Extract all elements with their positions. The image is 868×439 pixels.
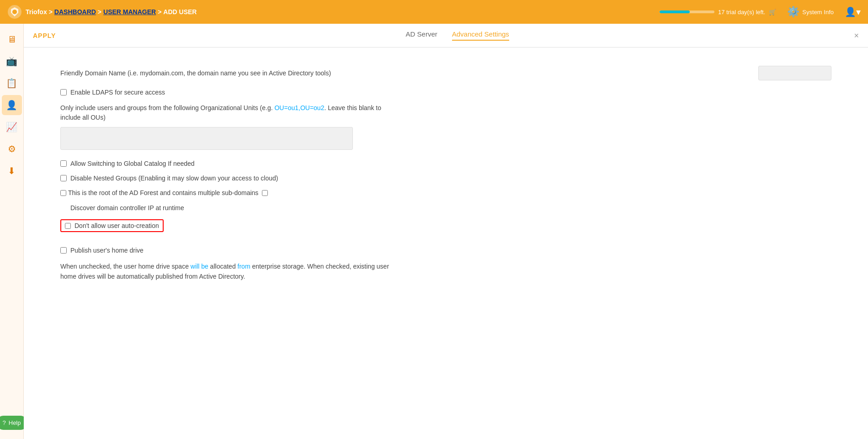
ou-textarea[interactable] <box>60 127 353 150</box>
sidebar-bottom: ? Help <box>0 416 27 430</box>
dont-allow-checkbox[interactable] <box>65 223 71 229</box>
settings-icon: ⚙ <box>8 143 16 154</box>
files-icon: 📋 <box>6 78 17 89</box>
dont-allow-label: Don't allow user auto-creation <box>75 222 159 229</box>
trial-progress-fill <box>660 11 690 13</box>
cart-icon[interactable]: 🛒 <box>769 9 776 16</box>
disable-nested-row: Disable Nested Groups (Enabling it may s… <box>60 175 831 182</box>
friendly-domain-label: Friendly Domain Name (i.e. mydomain.com,… <box>60 69 758 77</box>
breadcrumb-dashboard[interactable]: DASHBOARD <box>54 8 96 16</box>
breadcrumb-sep-2: > <box>98 8 101 16</box>
logo-area: Triofox > DASHBOARD > USER MANAGER > ADD… <box>7 5 197 19</box>
analytics-icon: 📈 <box>6 122 17 132</box>
discover-domain-label: Discover domain controller IP at runtime <box>70 204 184 212</box>
top-navbar: Triofox > DASHBOARD > USER MANAGER > ADD… <box>0 0 868 24</box>
publish-home-row: Publish user's home drive <box>60 247 831 254</box>
content-header: APPLY AD Server Advanced Settings × <box>24 24 868 48</box>
gear-icon: ⚙️ <box>787 6 799 18</box>
breadcrumb-user-manager[interactable]: USER MANAGER <box>103 8 156 16</box>
users-icon: 👤 <box>6 100 17 111</box>
triofox-logo-icon <box>7 5 22 19</box>
user-avatar-icon: 👤▾ <box>845 7 861 17</box>
enable-ldaps-row: Enable LDAPS for secure access <box>60 89 831 96</box>
sidebar-item-download[interactable]: ⬇ <box>2 161 22 181</box>
svg-point-1 <box>12 10 17 14</box>
sidebar: 🖥 📺 📋 👤 📈 ⚙ ⬇ ? Help <box>0 24 24 439</box>
disable-nested-label: Disable Nested Groups (Enabling it may s… <box>70 175 278 182</box>
download-icon: ⬇ <box>8 165 16 176</box>
from-highlight: from <box>238 263 250 270</box>
ad-forest-checkbox[interactable] <box>60 190 66 196</box>
help-label: Help <box>9 419 21 426</box>
trial-text: 17 trial day(s) left. <box>718 9 765 16</box>
trial-info: 17 trial day(s) left. 🛒 <box>660 9 776 16</box>
tab-ad-server[interactable]: AD Server <box>406 30 437 41</box>
ad-forest-section: This is the root of the AD Forest and co… <box>60 189 831 212</box>
system-info-button[interactable]: ⚙️ System Info <box>787 6 834 18</box>
breadcrumb-sep-3: > <box>158 8 161 16</box>
breadcrumb-sep-1: > <box>49 8 53 16</box>
main-layout: 🖥 📺 📋 👤 📈 ⚙ ⬇ ? Help APPLY <box>0 24 868 439</box>
apply-button[interactable]: APPLY <box>33 32 56 39</box>
breadcrumb-add-user: ADD USER <box>163 8 197 16</box>
will-be-highlight: will be <box>191 263 208 270</box>
help-circle-icon: ? <box>3 419 6 426</box>
enable-ldaps-checkbox[interactable] <box>60 89 67 95</box>
sidebar-item-users[interactable]: 👤 <box>2 95 22 115</box>
top-nav-right: 17 trial day(s) left. 🛒 ⚙️ System Info 👤… <box>660 6 861 18</box>
close-button[interactable]: × <box>854 31 859 40</box>
ad-forest-row: This is the root of the AD Forest and co… <box>60 189 831 196</box>
friendly-domain-input[interactable] <box>758 66 831 80</box>
dont-allow-row: Don't allow user auto-creation <box>60 219 164 232</box>
dashboard-icon: 🖥 <box>7 34 16 45</box>
main-content: APPLY AD Server Advanced Settings × Frie… <box>24 24 868 439</box>
allow-switching-checkbox[interactable] <box>60 160 67 167</box>
tabs: AD Server Advanced Settings <box>406 30 509 41</box>
sidebar-item-files[interactable]: 📋 <box>2 73 22 93</box>
form-area: Friendly Domain Name (i.e. mydomain.com,… <box>24 48 868 439</box>
discover-domain-row: Discover domain controller IP at runtime <box>70 204 831 212</box>
friendly-domain-row: Friendly Domain Name (i.e. mydomain.com,… <box>60 66 831 80</box>
monitor-icon: 📺 <box>6 56 17 67</box>
trial-progress-bar <box>660 11 714 13</box>
sidebar-item-analytics[interactable]: 📈 <box>2 117 22 137</box>
sidebar-item-dashboard[interactable]: 🖥 <box>2 29 22 49</box>
user-account-button[interactable]: 👤▾ <box>845 6 861 17</box>
breadcrumb-triofox: Triofox <box>26 8 47 16</box>
publish-home-label: Publish user's home drive <box>70 247 144 254</box>
help-button[interactable]: ? Help <box>0 416 27 430</box>
system-info-label: System Info <box>802 9 834 16</box>
sidebar-item-monitor[interactable]: 📺 <box>2 51 22 71</box>
ou-example-highlight: OU=ou1,OU=ou2 <box>274 104 324 111</box>
allow-switching-label: Allow Switching to Global Catalog If nee… <box>70 160 195 167</box>
allow-switching-row: Allow Switching to Global Catalog If nee… <box>60 160 831 167</box>
ad-forest-label: This is the root of the AD Forest and co… <box>68 189 258 196</box>
tab-advanced-settings[interactable]: Advanced Settings <box>452 30 509 41</box>
breadcrumb: Triofox > DASHBOARD > USER MANAGER > ADD… <box>26 8 197 16</box>
ou-description: Only include users and groups from the f… <box>60 103 831 122</box>
publish-home-checkbox[interactable] <box>60 247 67 254</box>
publish-home-description: When unchecked, the user home drive spac… <box>60 261 831 282</box>
ad-forest-sub-checkbox[interactable] <box>262 190 268 196</box>
dont-allow-wrapper: Don't allow user auto-creation <box>60 219 831 239</box>
disable-nested-checkbox[interactable] <box>60 175 67 181</box>
sidebar-item-settings[interactable]: ⚙ <box>2 139 22 159</box>
enable-ldaps-label: Enable LDAPS for secure access <box>70 89 165 96</box>
